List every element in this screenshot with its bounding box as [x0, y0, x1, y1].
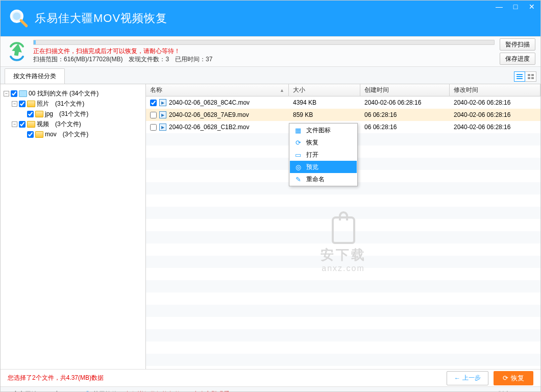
minimize-button[interactable]: —: [495, 3, 504, 11]
file-ctime: 2040-02-06 06:28:16: [360, 99, 450, 106]
tree-collapse-icon[interactable]: −: [12, 101, 17, 107]
preview-icon: ◎: [294, 163, 302, 171]
tree-collapse-icon[interactable]: −: [12, 121, 17, 127]
folder-icon: [27, 101, 35, 107]
save-progress-button[interactable]: 保存进度: [500, 53, 535, 65]
file-size: 4394 KB: [289, 99, 360, 106]
tree-video-checkbox[interactable]: [19, 121, 26, 128]
file-checkbox[interactable]: [150, 112, 157, 118]
scan-range-text: 扫描范围：616(MB)/177028(MB) 发现文件数：3 已用时间：37: [33, 55, 495, 63]
ctx-recover[interactable]: ⟳ 恢复: [290, 136, 357, 149]
tree-jpg-label[interactable]: jpg (31个文件): [45, 110, 88, 118]
folder-icon: [35, 131, 43, 138]
pause-scan-button[interactable]: 暂停扫描: [500, 38, 535, 51]
maximize-button[interactable]: □: [511, 3, 520, 11]
tutorial-link[interactable]: 超级详细数据恢复教程，点击立即观看！: [126, 390, 236, 392]
tab-bar: 按文件路径分类: [1, 67, 540, 84]
file-ctime: 06 06:28:16: [360, 111, 450, 118]
tree-jpg-checkbox[interactable]: [27, 111, 34, 117]
watermark-lock-icon: [332, 216, 355, 244]
rename-icon: ✎: [294, 175, 302, 183]
svg-line-2: [21, 20, 27, 26]
scan-status-text: 正在扫描文件，扫描完成后才可以恢复，请耐心等待！: [33, 47, 495, 55]
about-link[interactable]: ⓘ关于软件: [84, 390, 117, 393]
watermark: 安下载 anxz.com: [321, 216, 366, 273]
file-mtime: 2040-02-06 06:28:16: [450, 111, 540, 118]
file-size: 859 KB: [289, 111, 360, 118]
file-mtime: 2040-02-06 06:28:16: [450, 124, 540, 131]
ctx-rename[interactable]: ✎ 重命名: [290, 173, 357, 185]
refresh-icon: ⟳: [503, 374, 508, 382]
selection-status-bar: 您选择了2个文件，共4.37(MB)数据 ← 上一步 ⟳ 恢复: [1, 369, 540, 386]
grid-view-button[interactable]: [525, 71, 536, 82]
file-ctime: 06 06:28:16: [360, 124, 450, 131]
file-name: 2040-02-06_0628_7AE9.mov: [169, 111, 249, 118]
svg-rect-3: [517, 74, 523, 75]
column-name[interactable]: 名称▲: [146, 84, 289, 96]
close-button[interactable]: ✕: [527, 3, 536, 11]
svg-rect-6: [528, 74, 530, 76]
list-view-button[interactable]: [514, 71, 525, 82]
title-bar: 乐易佳大疆MOV视频恢复 — □ ✕: [1, 1, 540, 36]
footer-bar: ⌂官方网站 ☺客服QQ ⓘ关于软件 超级详细数据恢复教程，点击立即观看！ 版本：…: [1, 386, 540, 392]
svg-rect-5: [517, 78, 523, 79]
tree-collapse-icon[interactable]: −: [4, 91, 9, 96]
mov-file-icon: ▶: [159, 99, 166, 106]
ctx-preview[interactable]: ◎ 预览: [290, 161, 357, 173]
prev-step-button[interactable]: ← 上一步: [447, 371, 488, 385]
app-logo-icon: [8, 8, 30, 29]
tree-photo-checkbox[interactable]: [19, 101, 26, 107]
ctx-icon-view[interactable]: ▦ 文件图标: [290, 124, 357, 136]
tree-mov-checkbox[interactable]: [27, 131, 34, 138]
refresh-icon: ⟳: [294, 138, 302, 146]
svg-rect-8: [528, 77, 530, 79]
folder-tree[interactable]: − 00 找到的文件 (34个文件) − 照片 (31个文件) jpg (31个…: [1, 84, 146, 369]
tab-path-classify[interactable]: 按文件路径分类: [5, 68, 65, 84]
support-qq-link[interactable]: ☺客服QQ: [45, 390, 76, 392]
info-icon: ⓘ: [84, 390, 91, 393]
scan-status-bar: 正在扫描文件，扫描完成后才可以恢复，请耐心等待！ 扫描范围：616(MB)/17…: [1, 36, 540, 67]
folder-icon: [27, 121, 35, 128]
file-row[interactable]: ▶ 2040-02-06_0628_8C4C.mov 4394 KB 2040-…: [146, 96, 540, 109]
selection-text: 您选择了2个文件，共4.37(MB)数据: [8, 374, 104, 382]
list-header: 名称▲ 大小 创建时间 修改时间: [146, 84, 540, 96]
official-site-link[interactable]: ⌂官方网站: [7, 390, 37, 392]
column-mtime[interactable]: 修改时间: [450, 84, 540, 96]
file-checkbox[interactable]: [150, 100, 157, 106]
mov-file-icon: ▶: [159, 111, 166, 118]
svg-rect-7: [531, 74, 534, 76]
tree-video-label[interactable]: 视频 (3个文件): [37, 120, 81, 129]
svg-rect-9: [531, 77, 534, 79]
sort-asc-icon: ▲: [280, 88, 284, 93]
recycle-icon: [6, 40, 28, 63]
file-name: 2040-02-06_0628_C1B2.mov: [169, 124, 249, 131]
file-mtime: 2040-02-06 06:28:16: [450, 99, 540, 106]
svg-rect-4: [517, 76, 523, 77]
tree-mov-label[interactable]: mov (3个文件): [45, 130, 88, 139]
main-area: − 00 找到的文件 (34个文件) − 照片 (31个文件) jpg (31个…: [1, 84, 540, 369]
scan-progress-bar: [33, 40, 495, 45]
column-ctime[interactable]: 创建时间: [360, 84, 450, 96]
version-label: 版本：V6.4.9: [498, 390, 534, 392]
file-name: 2040-02-06_0628_8C4C.mov: [169, 99, 250, 106]
file-checkbox[interactable]: [150, 124, 157, 131]
app-title: 乐易佳大疆MOV视频恢复: [35, 11, 167, 26]
column-size[interactable]: 大小: [289, 84, 360, 96]
drive-icon: [19, 90, 27, 97]
recover-button[interactable]: ⟳ 恢复: [494, 371, 533, 385]
ctx-open[interactable]: ▭ 打开: [290, 149, 357, 161]
file-row[interactable]: ▶ 2040-02-06_0628_7AE9.mov 859 KB 06 06:…: [146, 109, 540, 121]
document-icon: ▭: [294, 151, 302, 159]
tree-root-label[interactable]: 00 找到的文件 (34个文件): [29, 89, 99, 98]
mov-file-icon: ▶: [159, 124, 166, 131]
tree-root-checkbox[interactable]: [11, 90, 17, 97]
tree-photo-label[interactable]: 照片 (31个文件): [37, 100, 84, 108]
grid-icon: ▦: [294, 126, 302, 134]
context-menu: ▦ 文件图标 ⟳ 恢复 ▭ 打开 ◎ 预览 ✎ 重命名: [289, 123, 358, 186]
svg-point-1: [13, 12, 20, 20]
folder-icon: [35, 111, 43, 117]
file-list: 名称▲ 大小 创建时间 修改时间 安下载 anxz.com ▶ 2040-02-…: [146, 84, 540, 369]
arrow-left-icon: ←: [454, 375, 460, 382]
